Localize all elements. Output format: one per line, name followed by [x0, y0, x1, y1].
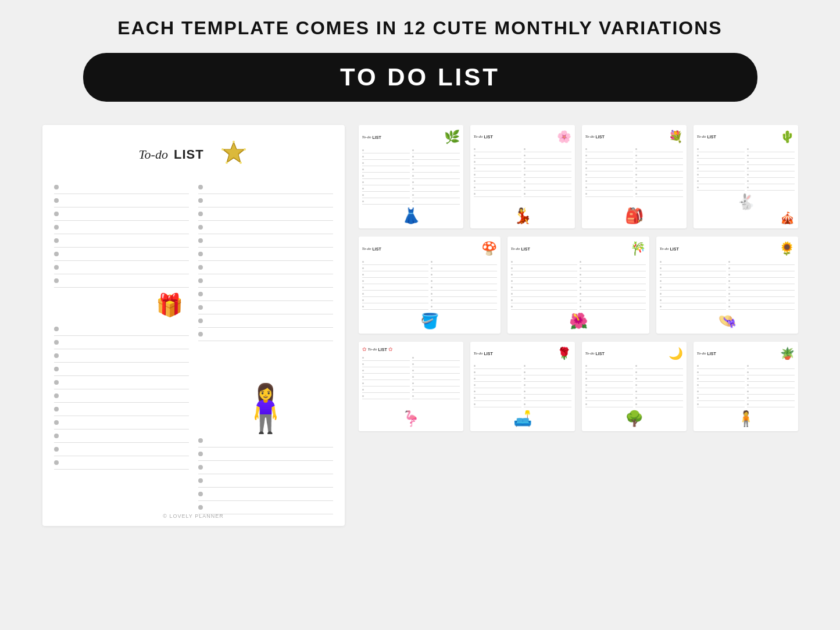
small-line: [474, 184, 521, 191]
small-line: [474, 375, 521, 382]
small-preview-card: To-do LIST 🌙: [582, 342, 687, 431]
todo-line: [54, 194, 189, 207]
bullet-dot: [198, 238, 203, 243]
small-dot: [474, 371, 476, 373]
todo-line: [198, 301, 333, 314]
small-line: [635, 382, 683, 388]
card-illus-bottom-right: 🎪: [697, 211, 795, 225]
small-preview-card: To-do LIST 🌹: [470, 342, 575, 431]
todo-line: [54, 323, 189, 336]
card-illus-top: 🌸: [557, 130, 571, 144]
bullet-dot: [54, 212, 59, 216]
small-col: [697, 363, 745, 407]
sc-script: To-do: [362, 135, 371, 139]
small-card-title: To-do LIST: [660, 246, 679, 251]
bullet-dot: [54, 353, 59, 358]
small-line: [747, 363, 795, 369]
small-card-header: To-do LIST 🪴: [697, 346, 795, 360]
small-line: [697, 159, 745, 165]
small-dot: [747, 365, 749, 367]
small-card-title: To-do LIST: [511, 246, 530, 251]
small-line: [524, 369, 571, 375]
preview-row-3: ✿ To-do LIST ✿: [359, 342, 798, 431]
small-line: [747, 146, 795, 152]
small-dot: [697, 187, 699, 188]
small-line: [431, 278, 497, 284]
small-dot: [524, 397, 526, 399]
small-line: [660, 259, 726, 265]
small-line: [635, 165, 683, 171]
bullet-dot: [54, 420, 59, 425]
small-lines: [511, 259, 646, 310]
todo-line: [198, 221, 333, 234]
small-dot: [580, 299, 581, 301]
small-line: [747, 159, 795, 165]
small-line: [362, 185, 410, 192]
small-line: [431, 259, 497, 265]
small-dot: [697, 403, 699, 405]
small-line: [585, 165, 633, 171]
svg-point-6: [221, 148, 224, 151]
small-line: [524, 178, 571, 184]
card-illus-bottom: 👗: [362, 207, 460, 225]
todo-line: [54, 429, 189, 443]
small-line: [412, 173, 460, 179]
small-line: [524, 363, 571, 369]
small-col: [412, 147, 460, 205]
small-line: [585, 363, 633, 369]
card-illus-top: 🌵: [780, 130, 795, 144]
small-line: [362, 355, 410, 361]
small-line: [728, 278, 795, 284]
small-line: [362, 198, 410, 205]
bullet-dot: [198, 305, 203, 310]
small-dot: [585, 155, 587, 156]
small-line: [585, 159, 633, 165]
small-dot: [697, 365, 699, 367]
small-line: [747, 395, 795, 401]
small-dot: [362, 181, 364, 183]
bullet-dot: [198, 225, 203, 230]
small-line: [412, 367, 460, 374]
content-area: To-do LIST: [42, 125, 798, 526]
small-dot: [474, 403, 476, 405]
todo-line: [54, 443, 189, 456]
small-card-title: To-do LIST: [474, 134, 493, 139]
small-line: [362, 278, 428, 284]
card-illus-top: 🌻: [779, 241, 795, 256]
small-dot: [412, 370, 414, 371]
small-line: [585, 171, 633, 178]
small-dot: [524, 155, 526, 156]
small-line: [747, 388, 795, 395]
small-line: [431, 284, 497, 291]
small-line: [412, 179, 460, 185]
small-dot: [474, 148, 476, 150]
small-dot: [412, 181, 414, 183]
small-card-header: To-do LIST 🌵: [697, 130, 795, 144]
small-line: [585, 375, 633, 382]
small-dot: [747, 167, 749, 169]
small-col: [585, 146, 633, 205]
small-dot: [635, 187, 637, 188]
card-illus-bottom: 🐇: [697, 193, 795, 211]
small-dot: [580, 287, 581, 288]
small-lines: [362, 355, 460, 407]
small-line: [747, 178, 795, 184]
small-dot: [474, 391, 476, 392]
small-dot: [511, 280, 513, 282]
flower-deco: ✿: [362, 346, 367, 352]
todo-line: [198, 288, 333, 301]
small-col: [660, 259, 726, 310]
small-line: [474, 152, 521, 159]
small-dot: [635, 161, 637, 163]
small-dot: [412, 188, 414, 189]
todo-line: [198, 501, 333, 514]
small-dot: [362, 395, 364, 397]
small-line: [660, 297, 726, 303]
small-line: [747, 382, 795, 388]
small-line: [635, 363, 683, 369]
small-dot: [728, 287, 730, 288]
small-lines: [585, 363, 683, 407]
small-card-header: To-do LIST 🌙: [585, 346, 683, 360]
small-dot: [747, 403, 749, 405]
small-line: [635, 178, 683, 184]
